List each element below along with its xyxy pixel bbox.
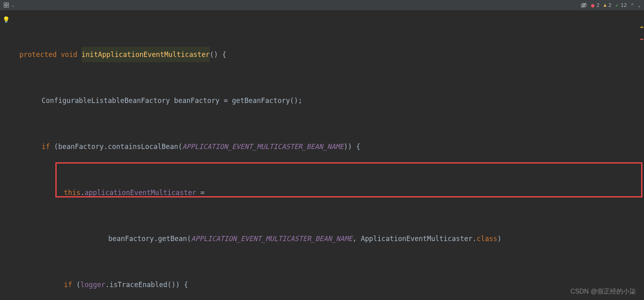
chevron-up-icon[interactable]: ⌃	[631, 2, 634, 8]
readonly-eye-icon[interactable]	[581, 2, 587, 8]
code-line: protected void initApplicationEventMulti…	[19, 47, 644, 62]
svg-rect-2	[4, 5, 6, 7]
code-line: this.applicationEventMulticaster =	[19, 185, 644, 200]
structure-icon	[3, 2, 9, 8]
chevron-down-icon[interactable]: ⌄	[12, 3, 14, 7]
scroll-markers[interactable]	[639, 10, 644, 300]
svg-rect-0	[4, 3, 6, 5]
code-line: if (beanFactory.containsLocalBean(APPLIC…	[19, 139, 644, 154]
breadcrumbs-left[interactable]: ⌄	[3, 2, 14, 8]
watermark-text: CSDN @假正经的小柒	[570, 287, 636, 296]
ok-count: 12	[621, 2, 627, 8]
error-count: 2	[596, 2, 600, 8]
svg-rect-1	[6, 3, 8, 5]
scroll-marker-warning[interactable]	[640, 27, 643, 28]
code-editor[interactable]: 💡 protected void initApplicationEventMul…	[0, 10, 644, 300]
inspections-widget[interactable]: 2 2 12 ⌃ ⌄	[581, 2, 641, 8]
svg-rect-3	[6, 5, 8, 7]
chevron-down-icon-2[interactable]: ⌄	[638, 2, 641, 8]
inspection-warnings[interactable]: 2	[604, 2, 611, 8]
inspection-errors[interactable]: 2	[591, 2, 600, 8]
code-line: if (logger.isTraceEnabled()) {	[19, 277, 644, 292]
scroll-marker-error[interactable]	[640, 39, 643, 40]
intention-bulb-icon[interactable]: 💡	[2, 16, 10, 23]
code-line: beanFactory.getBean(APPLICATION_EVENT_MU…	[19, 231, 644, 246]
warning-count: 2	[608, 2, 612, 8]
breadcrumbs-bar: ⌄ 2 2 12 ⌃ ⌄	[0, 0, 644, 10]
inspection-ok[interactable]: 12	[616, 2, 627, 8]
code-content[interactable]: protected void initApplicationEventMulti…	[0, 16, 644, 300]
code-line: ConfigurableListableBeanFactory beanFact…	[19, 93, 644, 108]
